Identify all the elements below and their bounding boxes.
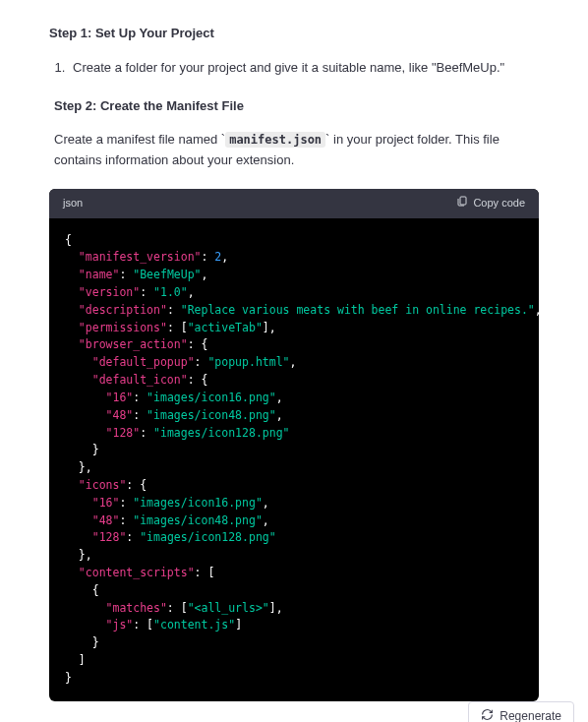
step1-heading: Step 1: Set Up Your Project xyxy=(49,24,539,44)
step2-paragraph: Create a manifest file named `manifest.j… xyxy=(49,130,539,171)
step1-list: Create a folder for your project and giv… xyxy=(49,58,539,79)
clipboard-icon xyxy=(456,195,468,212)
svg-rect-0 xyxy=(460,197,466,205)
copy-code-button[interactable]: Copy code xyxy=(456,195,525,212)
code-block: json Copy code { "manifest_version": 2, … xyxy=(49,189,539,701)
regenerate-button[interactable]: Regenerate xyxy=(468,701,574,722)
code-header: json Copy code xyxy=(49,189,539,218)
step2-text-before: Create a manifest file named xyxy=(54,132,221,147)
copy-code-label: Copy code xyxy=(473,195,525,212)
code-body: { "manifest_version": 2, "name": "BeefMe… xyxy=(49,218,539,701)
refresh-icon xyxy=(481,708,494,722)
code-language-label: json xyxy=(63,195,83,212)
manifest-filename-code: manifest.json xyxy=(225,132,325,148)
step2-heading: Step 2: Create the Manifest File xyxy=(54,96,539,117)
article-body: Step 1: Set Up Your Project Create a fol… xyxy=(0,0,588,722)
step1-list-item: Create a folder for your project and giv… xyxy=(69,58,539,79)
regenerate-label: Regenerate xyxy=(500,709,561,722)
